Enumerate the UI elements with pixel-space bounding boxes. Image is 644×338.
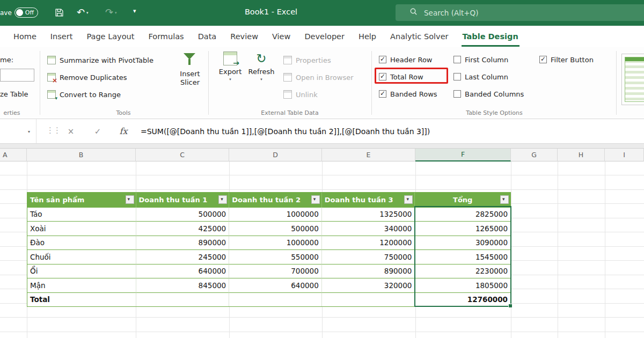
summarize-with-pivottable-button[interactable]: Summarize with PivotTable [47,54,153,67]
checkbox-box-icon[interactable] [453,73,461,80]
formula-input[interactable]: =SUM([@[Doanh thu tuần 1]],[@[Doanh thu … [141,119,430,144]
filter-dropdown-icon[interactable] [218,195,227,204]
value-cell[interactable]: 1545000 [415,249,510,264]
value-cell[interactable]: 890000 [136,236,230,250]
table-header-cell[interactable]: Doanh thu tuần 1 [136,193,230,207]
value-cell[interactable]: 2230000 [415,264,510,278]
product-name-cell[interactable]: Mận [27,278,136,292]
column-header-F[interactable]: F [415,149,511,161]
value-cell[interactable]: 3090000 [415,236,510,250]
fill-handle[interactable] [508,304,513,308]
empty-cell[interactable] [322,292,415,307]
value-cell[interactable]: 1265000 [415,221,510,236]
value-cell[interactable]: 500000 [229,221,322,236]
tab-formulas[interactable]: Formulas [141,26,191,47]
value-cell[interactable]: 845000 [136,278,230,292]
tab-view[interactable]: View [265,26,297,47]
name-box[interactable] [0,119,36,143]
insert-slicer-button[interactable]: Insert Slicer [175,52,205,87]
cancel-entry-icon[interactable]: × [64,119,77,144]
value-cell[interactable]: 245000 [136,249,230,264]
convert-to-range-button[interactable]: Convert to Range [47,88,121,101]
product-name-cell[interactable]: Chuối [27,249,136,264]
tab-page-layout[interactable]: Page Layout [79,26,141,47]
column-header-D[interactable]: D [229,149,322,161]
checkbox-box-icon[interactable] [379,73,386,80]
tab-help[interactable]: Help [352,26,383,47]
checkbox-box-icon[interactable] [539,56,547,63]
name-box-dropdown-icon[interactable]: ▾ [28,129,30,134]
checkbox-box-icon[interactable] [453,90,461,98]
value-cell[interactable]: 640000 [136,264,230,278]
total-value-cell[interactable]: 12760000 [415,292,510,307]
remove-duplicates-button[interactable]: Remove Duplicates [47,71,127,84]
column-header-A[interactable]: A [0,149,27,161]
checkbox-box-icon[interactable] [453,56,461,63]
table-header-cell[interactable]: Doanh thu tuần 3 [322,193,415,207]
product-name-cell[interactable]: Ổi [27,264,136,278]
table-name-input[interactable] [0,69,34,82]
empty-cell[interactable] [229,292,322,307]
value-cell[interactable]: 640000 [229,278,322,292]
search-box[interactable]: Search (Alt+Q) [396,4,644,21]
tab-table-design[interactable]: Table Design [456,26,525,47]
column-header-H[interactable]: H [558,149,605,161]
checkbox-banded-rows[interactable]: Banded Rows [379,89,437,99]
value-cell[interactable]: 700000 [229,264,322,278]
column-header-G[interactable]: G [511,149,558,161]
product-name-cell[interactable]: Đào [27,236,136,250]
refresh-button[interactable]: ↻ Refresh ▾ [247,52,276,82]
value-cell[interactable]: 1805000 [415,278,510,292]
value-cell[interactable]: 320000 [322,278,415,292]
filter-dropdown-icon[interactable] [500,195,509,204]
tab-data[interactable]: Data [191,26,224,47]
column-header-E[interactable]: E [322,149,415,161]
tab-analytic-solver[interactable]: Analytic Solver [383,26,455,47]
value-cell[interactable]: 2825000 [415,207,510,222]
sheet-grid[interactable]: Tên sản phẩmDoanh thu tuần 1Doanh thu tu… [0,161,644,338]
checkbox-box-icon[interactable] [379,56,386,63]
value-cell[interactable]: 1000000 [229,207,322,222]
checkbox-filter-button[interactable]: Filter Button [539,54,594,65]
table-row: Táo500000100000013250002825000 [27,207,510,222]
tab-developer[interactable]: Developer [297,26,352,47]
value-cell[interactable]: 890000 [322,264,415,278]
table-header-text: Doanh thu tuần 1 [139,196,208,204]
table-style-preview[interactable] [621,54,644,105]
product-name-cell[interactable]: Táo [27,207,136,222]
checkbox-last-column[interactable]: Last Column [453,71,508,82]
value-cell[interactable]: 750000 [322,249,415,264]
value-cell[interactable]: 1000000 [229,236,322,250]
total-label-cell[interactable]: Total [27,292,136,307]
checkbox-header-row[interactable]: Header Row [379,54,433,65]
export-button[interactable]: Export ▾ [216,52,245,82]
filter-dropdown-icon[interactable] [404,195,413,204]
value-cell[interactable]: 500000 [136,207,230,222]
tab-home[interactable]: Home [6,26,43,47]
value-cell[interactable]: 1325000 [322,207,415,222]
filter-dropdown-icon[interactable] [311,195,320,204]
column-header-I[interactable]: I [605,149,644,161]
value-cell[interactable]: 1200000 [322,236,415,250]
column-header-B[interactable]: B [27,149,136,161]
tab-insert[interactable]: Insert [43,26,80,47]
filter-dropdown-icon[interactable] [126,195,134,204]
checkbox-banded-columns[interactable]: Banded Columns [453,89,524,99]
formula-bar-handle-icon[interactable]: ⋮⋮ [46,126,60,135]
value-cell[interactable]: 550000 [229,249,322,264]
value-cell[interactable]: 425000 [136,221,230,236]
product-name-cell[interactable]: Xoài [27,221,136,236]
column-header-C[interactable]: C [136,149,229,161]
checkbox-total-row[interactable]: Total Row [379,71,423,82]
table-header-cell[interactable]: Tên sản phẩm [27,193,136,207]
insert-function-icon[interactable]: fx [117,119,130,144]
checkbox-box-icon[interactable] [379,90,386,98]
checkbox-first-column[interactable]: First Column [453,54,508,65]
confirm-entry-icon[interactable]: ✓ [91,119,104,144]
resize-table-button[interactable]: ze Table [0,90,28,98]
value-cell[interactable]: 340000 [322,221,415,236]
tab-review[interactable]: Review [223,26,265,47]
empty-cell[interactable] [136,292,230,307]
table-header-cell[interactable]: Tổng [415,193,510,207]
table-header-cell[interactable]: Doanh thu tuần 2 [229,193,322,207]
